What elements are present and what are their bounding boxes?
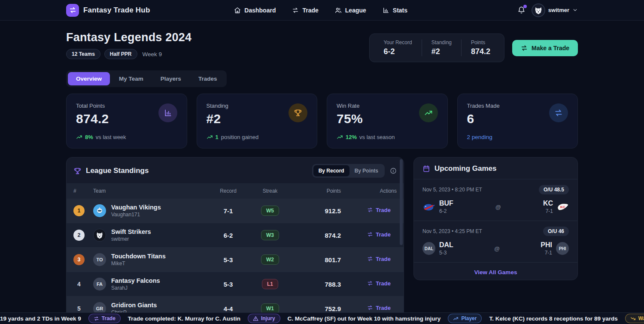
tab-trades[interactable]: Trades <box>190 72 225 85</box>
trade-icon <box>69 6 76 14</box>
trend-caption: vs last season <box>359 134 395 140</box>
stat-label: Standing <box>431 39 452 45</box>
page-header: Fantasy Legends 2024 12 Teams Half PPR W… <box>66 31 578 62</box>
trade-icon <box>367 256 373 262</box>
badge-label: Injury <box>261 315 275 321</box>
table-row: 2 Swift Strikers switmer 6-2 W3 874.2 Tr… <box>67 223 404 248</box>
team-owner: switmer <box>111 236 151 242</box>
trend-value: 1 <box>216 134 219 140</box>
rank-badge: 4 <box>73 279 85 290</box>
top-nav: Fantasy Trade Hub Dashboard Trade League… <box>0 0 644 21</box>
nav-links: Dashboard Trade League Stats <box>234 7 407 14</box>
trend-up-icon <box>337 134 343 140</box>
game-datetime: Nov 5, 2023 • 4:25 PM ET <box>422 228 482 234</box>
users-icon <box>335 7 342 14</box>
col-streak: Streak <box>249 188 292 194</box>
nav-item-league[interactable]: League <box>335 7 366 14</box>
standings-column-headers: # Team Record Streak Points Actions <box>67 183 404 199</box>
total-points-card: Total Points 874.2 8% vs last week <box>66 94 187 148</box>
home-team: BUF 6-2 <box>422 200 453 214</box>
upcoming-games-panel: Upcoming Games Nov 5, 2023 • 8:20 PM ET … <box>413 157 578 280</box>
rank-badge: 2 <box>73 230 85 241</box>
toggle-by-record[interactable]: By Record <box>313 165 349 176</box>
bills-logo-icon <box>422 202 435 212</box>
standing-card: Standing #2 1 position gained <box>197 94 318 148</box>
tab-overview[interactable]: Overview <box>68 72 110 85</box>
info-icon[interactable] <box>390 167 397 174</box>
badge-label: Player <box>461 315 477 321</box>
trade-badge: Trade <box>88 314 121 323</box>
team-owner: SarahJ <box>111 285 160 291</box>
team-avatar <box>93 204 106 217</box>
nav-item-dashboard[interactable]: Dashboard <box>234 7 276 14</box>
team-record: 7-1 <box>541 250 552 256</box>
scoring-badge: Half PPR <box>104 49 137 59</box>
wolf-mascot-icon <box>534 6 543 15</box>
points-cell: 788.3 <box>292 281 341 288</box>
trend-up-icon <box>207 134 213 140</box>
team-record: 7-1 <box>543 208 553 214</box>
stat-label: Your Record <box>383 39 412 45</box>
make-a-trade-button[interactable]: Make a Trade <box>512 40 578 56</box>
at-symbol: @ <box>495 204 501 210</box>
team-abbr: KC <box>543 200 553 207</box>
view-all-games-link[interactable]: View All Games <box>414 263 577 282</box>
away-team: KC 7-1 KC <box>543 200 569 214</box>
stat-label: Points <box>471 39 490 45</box>
calendar-icon <box>422 165 430 173</box>
record-summary-card: Your Record 6-2 Standing #2 Points 874.2 <box>369 33 504 62</box>
team-name: Gridiron Giants <box>111 302 157 309</box>
trade-icon <box>521 45 528 51</box>
pending-trades-link[interactable]: 2 pending <box>467 134 492 140</box>
at-symbol: @ <box>494 245 500 252</box>
trade-label: Trade <box>376 305 391 311</box>
table-row: 1 Vaughan Vikings Vaughan171 7-1 W5 912.… <box>67 199 404 223</box>
nav-right: switmer <box>517 3 578 17</box>
team-abbr: PHI <box>541 241 552 249</box>
row-trade-button[interactable]: Trade <box>367 256 391 262</box>
tab-players[interactable]: Players <box>152 72 189 85</box>
streak-badge: W5 <box>261 206 279 216</box>
team-avatar <box>93 229 106 242</box>
row-trade-button[interactable]: Trade <box>367 305 391 311</box>
nav-label: Dashboard <box>244 7 276 14</box>
toggle-by-points[interactable]: By Points <box>349 165 383 176</box>
nav-item-trade[interactable]: Trade <box>292 7 318 14</box>
username: switmer <box>548 7 569 13</box>
col-points: Points <box>292 188 341 194</box>
team-logo: DAL <box>422 242 435 255</box>
trade-icon <box>94 316 99 321</box>
standings-title: League Standings <box>86 167 149 175</box>
game-datetime: Nov 5, 2023 • 8:20 PM ET <box>422 187 482 193</box>
team-avatar: FA <box>93 278 106 291</box>
tab-my-team[interactable]: My Team <box>111 72 152 85</box>
brand-logo <box>66 4 79 17</box>
trade-icon <box>367 280 373 286</box>
team-abbr: DAL <box>439 241 453 249</box>
league-standings-panel: League Standings By Record By Points # T… <box>66 157 404 319</box>
trend-caption: vs last week <box>96 134 126 140</box>
svg-text:KC: KC <box>560 205 565 209</box>
trophy-icon <box>73 167 82 175</box>
streak-badge: L1 <box>262 279 278 289</box>
teams-badge: 12 Teams <box>66 49 100 59</box>
team-avatar: TO <box>93 253 106 266</box>
row-trade-button[interactable]: Trade <box>367 207 391 213</box>
robot-avatar-icon <box>95 206 104 215</box>
notifications-button[interactable] <box>517 6 526 14</box>
streak-badge: W2 <box>261 254 279 265</box>
notification-dot <box>523 5 527 8</box>
standings-scrollbar[interactable] <box>400 159 403 245</box>
trade-label: Trade <box>376 256 391 262</box>
stat-value: 6-2 <box>383 47 412 56</box>
nav-item-stats[interactable]: Stats <box>383 7 407 14</box>
trend-down-icon <box>630 316 636 321</box>
over-under-badge: O/U 46 <box>543 227 569 236</box>
row-trade-button[interactable]: Trade <box>367 280 391 287</box>
record-cell: 7-1 <box>208 207 249 215</box>
user-menu[interactable]: switmer <box>532 3 578 17</box>
row-trade-button[interactable]: Trade <box>367 231 391 238</box>
points-cell: 752.9 <box>292 305 341 312</box>
trade-icon <box>367 305 373 311</box>
nav-label: Trade <box>302 7 318 14</box>
